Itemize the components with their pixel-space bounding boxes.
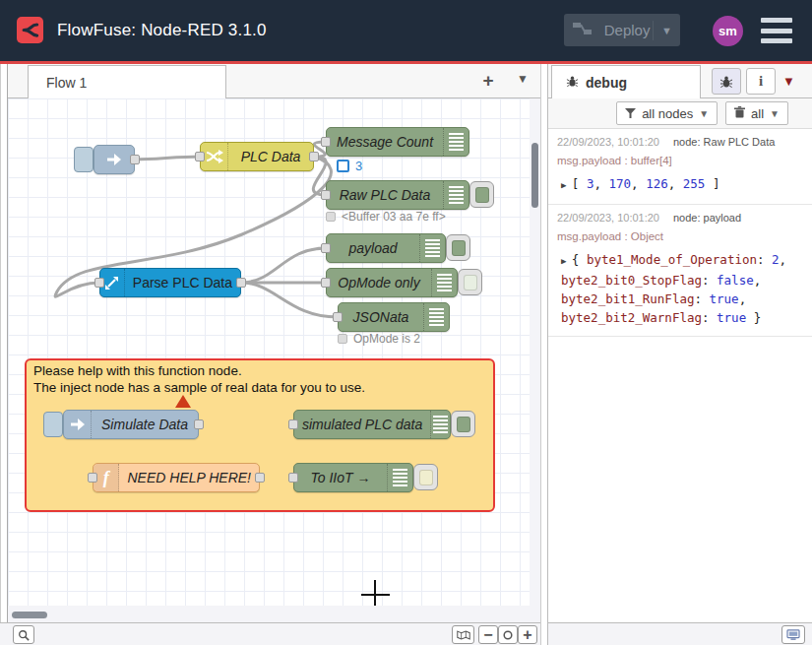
info-panel-button[interactable]: i (746, 68, 776, 95)
search-flows-button[interactable] (13, 625, 34, 644)
port-out[interactable] (236, 278, 246, 288)
port-in[interactable] (321, 190, 331, 200)
deploy-label: Deploy (601, 22, 653, 38)
node-raw-plc-data[interactable]: Raw PLC Data (326, 180, 469, 210)
node-label: payload (327, 234, 419, 262)
debug-toggle-payload[interactable] (446, 234, 470, 261)
add-flow-button[interactable]: + (477, 70, 499, 92)
filter-nodes-button[interactable]: all nodes ▼ (616, 101, 718, 125)
port-in[interactable] (288, 419, 298, 429)
sidebar-resize-handle[interactable] (540, 64, 548, 622)
zoom-out-button[interactable]: − (478, 625, 498, 644)
node-plc-data[interactable]: PLC Data (200, 142, 314, 171)
debug-message[interactable]: 22/09/2023, 10:01:20node: payloadmsg.pay… (548, 205, 812, 337)
flow-tabbar: Flow 1 + ▼ (8, 64, 540, 98)
debug-icon (443, 181, 468, 209)
node-jsonata[interactable]: JSONata (338, 302, 450, 332)
deploy-options-caret[interactable]: ▼ (653, 21, 672, 40)
debug-toggle-iiot[interactable] (413, 464, 438, 490)
expand-arrow[interactable]: ▶ (561, 256, 572, 266)
flow-canvas[interactable]: Please help with this function node. The… (8, 98, 540, 622)
node-red-window: FlowFuse: Node-RED 3.1.0 Deploy ▼ sm Flo… (0, 0, 812, 645)
node-simulate-data[interactable]: Simulate Data (63, 410, 199, 439)
node-label: simulated PLC data (294, 411, 430, 438)
deploy-icon (572, 20, 593, 41)
message-source-node: node: Raw PLC Data (673, 136, 775, 148)
flow-list-caret[interactable]: ▼ (517, 72, 529, 86)
node-label: Parse PLC Data (125, 269, 240, 296)
debug-icon (430, 411, 450, 438)
open-debug-window-button[interactable] (781, 625, 805, 644)
zoom-reset-button[interactable] (498, 625, 518, 644)
debug-panel-button[interactable] (712, 68, 741, 95)
user-avatar[interactable]: sm (713, 16, 743, 46)
shuffle-icon (201, 143, 228, 170)
port-out[interactable] (130, 155, 140, 164)
palette-collapsed[interactable] (0, 64, 8, 622)
message-timestamp: 22/09/2023, 10:01:20 (557, 136, 659, 148)
debug-toolbar: all nodes ▼ all ▼ (548, 98, 812, 129)
error-marker-icon (175, 395, 191, 408)
port-in[interactable] (333, 312, 343, 322)
port-in[interactable] (88, 473, 97, 483)
navigator-map-button[interactable] (452, 625, 474, 644)
debug-message-list: 22/09/2023, 10:01:20node: Raw PLC Datams… (548, 129, 812, 622)
clear-messages-button[interactable]: all ▼ (725, 101, 788, 125)
tab-flow-1[interactable]: Flow 1 (28, 65, 226, 98)
inject-arrow-icon (94, 146, 134, 173)
tab-debug[interactable]: debug (551, 65, 701, 98)
port-in[interactable] (288, 473, 298, 483)
node-label: To IIoT → (294, 464, 387, 491)
node-label: OpMode only (327, 269, 431, 296)
debug-icon (431, 269, 457, 296)
count-badge-icon (337, 160, 349, 172)
node-to-iiot[interactable]: To IIoT → (293, 463, 413, 492)
node-status-count: 3 (337, 159, 362, 173)
port-out[interactable] (194, 419, 204, 429)
port-in[interactable] (195, 152, 205, 161)
node-status-raw: <Buffer 03 aa 7e ff> (326, 210, 446, 224)
h-scrollbar-thumb[interactable] (12, 612, 47, 618)
port-in[interactable] (94, 278, 104, 288)
node-payload[interactable]: payload (326, 233, 446, 263)
sidebar-header: debug i ▼ (548, 64, 812, 98)
app-title: FlowFuse: Node-RED 3.1.0 (57, 0, 267, 61)
sidebar-footer (548, 622, 812, 645)
node-need-help[interactable]: f NEED HELP HERE! (93, 463, 260, 492)
zoom-in-button[interactable]: + (518, 625, 537, 644)
debug-message[interactable]: 22/09/2023, 10:01:20node: Raw PLC Datams… (548, 129, 812, 205)
node-label: NEED HELP HERE! (119, 464, 259, 491)
port-in[interactable] (321, 278, 331, 288)
node-simulated-plc-data[interactable]: simulated PLC data (293, 410, 451, 439)
debug-toggle-opmode[interactable] (458, 269, 482, 295)
message-payload: ▶ { byte1_Mode_of_Operation: 2,byte2_bit… (557, 250, 803, 327)
expand-arrow[interactable]: ▶ (561, 180, 572, 190)
message-payload: ▶ [ 3, 170, 126, 255 ] (557, 174, 803, 195)
node-label: JSONata (339, 303, 423, 331)
port-in[interactable] (321, 243, 331, 253)
group-label: Please help with this function node. The… (33, 362, 365, 396)
debug-toggle-sim[interactable] (451, 411, 475, 437)
funnel-icon (625, 106, 636, 121)
deploy-button[interactable]: Deploy ▼ (564, 14, 680, 46)
node-status-jsonata: OpMode is 2 (338, 332, 420, 346)
trash-icon (734, 106, 745, 121)
node-label: PLC Data (228, 143, 313, 170)
node-parse-plc-data[interactable]: Parse PLC Data (99, 268, 241, 297)
inject-button-simulate[interactable] (43, 412, 63, 437)
node-opmode-only[interactable]: OpMode only (326, 268, 458, 297)
main-menu-button[interactable] (761, 18, 792, 43)
node-message-count[interactable]: Message Count (326, 127, 469, 157)
footer-divider (540, 622, 548, 645)
debug-toggle-raw[interactable] (469, 181, 494, 208)
debug-sidebar: debug i ▼ all nodes ▼ (548, 64, 812, 622)
port-in[interactable] (321, 137, 331, 147)
sidebar-menu-caret[interactable]: ▼ (782, 74, 795, 89)
workspace-footer: − + (0, 622, 540, 645)
h-scrollbar-track[interactable] (8, 606, 540, 622)
port-out[interactable] (309, 152, 319, 161)
node-inject-top[interactable] (94, 145, 135, 174)
port-out[interactable] (255, 473, 265, 483)
v-scrollbar-thumb[interactable] (531, 143, 538, 208)
inject-button[interactable] (74, 147, 94, 172)
